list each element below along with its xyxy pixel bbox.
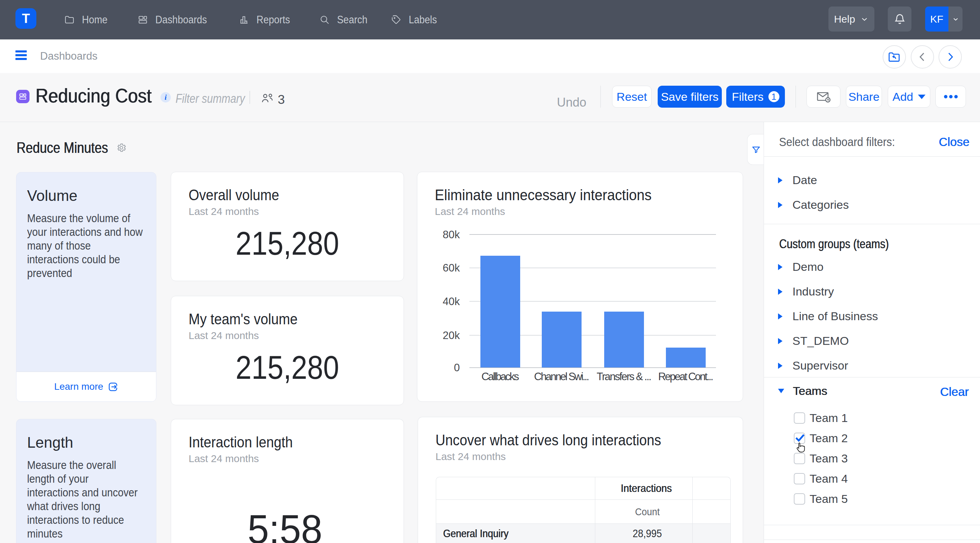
svg-text:20k: 20k [443, 329, 460, 341]
svg-text:0: 0 [454, 362, 460, 374]
svg-text:Repeat Cont...: Repeat Cont... [659, 371, 714, 383]
svg-text:Transfers & ...: Transfers & ... [597, 371, 652, 383]
svg-text:60k: 60k [443, 262, 460, 274]
svg-text:Callbacks: Callbacks [481, 371, 519, 383]
svg-text:80k: 80k [443, 229, 460, 241]
svg-text:40k: 40k [443, 295, 460, 308]
svg-text:Channel Swi...: Channel Swi... [534, 371, 589, 383]
